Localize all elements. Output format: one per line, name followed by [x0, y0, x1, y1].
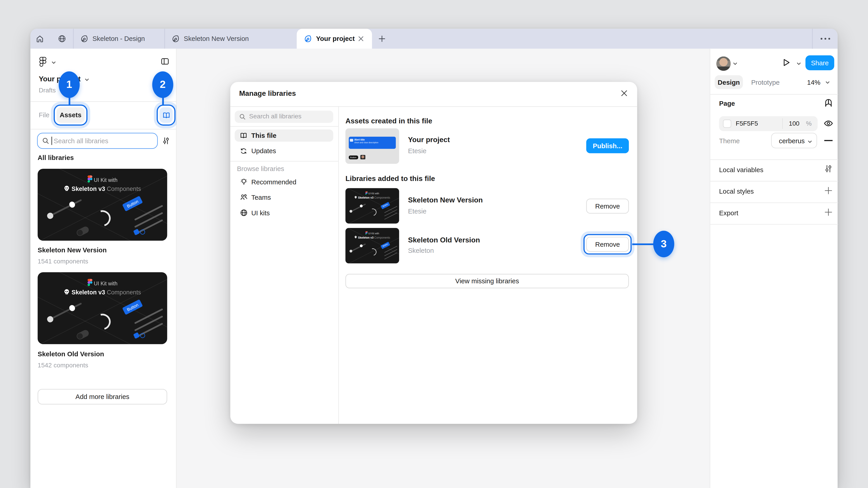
people-icon	[240, 193, 248, 201]
modal-search-input[interactable]: Search all libraries	[235, 111, 333, 123]
kit-line1: UI Kit with	[38, 279, 167, 288]
tab-label: Skeleton - Design	[92, 35, 145, 42]
home-icon[interactable]	[35, 34, 44, 43]
thumb-checkbox	[134, 229, 147, 235]
divider	[230, 106, 637, 107]
tab-design[interactable]: Design	[715, 75, 743, 89]
globe-icon	[240, 208, 248, 217]
search-input[interactable]: Search all libraries	[37, 133, 158, 149]
thumb-alert: Alert title Short and clear description	[348, 137, 396, 149]
tab-skeleton-design[interactable]: Skeleton - Design	[74, 29, 164, 48]
annotation-badge-1: 1	[59, 71, 80, 98]
text-caret	[52, 137, 52, 145]
book-icon	[240, 132, 247, 139]
eye-icon[interactable]	[823, 119, 834, 129]
add-export-plus-icon[interactable]	[824, 207, 833, 217]
tab-assets[interactable]: Assets	[57, 107, 85, 123]
library-owner: Etesie	[408, 207, 427, 215]
search-icon	[239, 113, 246, 120]
browse-libraries-header: Browse libraries	[237, 165, 284, 173]
book-icon	[162, 111, 170, 119]
kit-line2: Skeleton v3 Components	[38, 184, 167, 193]
thumb-toggle	[76, 329, 90, 340]
view-missing-libraries-button[interactable]: View missing libraries	[345, 274, 629, 288]
nav-ui-kits[interactable]: UI kits	[235, 207, 333, 219]
chevron-down-icon[interactable]	[796, 61, 802, 66]
library-name[interactable]: Skeleton New Version	[38, 246, 107, 254]
section-all-libraries: All libraries	[38, 154, 74, 162]
library-owner: Skeleton	[408, 247, 434, 254]
more-menu-icon[interactable]	[819, 37, 831, 41]
annotation-connector-3	[632, 243, 654, 245]
library-thumbnail-skeleton-new[interactable]: UI Kit with Skeleton v3 Components Butto…	[38, 169, 167, 240]
right-sidebar: Share Design Prototype 14% Page F5F5F5 1…	[710, 49, 838, 488]
thumb-spinner	[92, 207, 113, 229]
local-variables-label: Local variables	[719, 166, 763, 174]
tab-your-project-active[interactable]: Your project	[297, 29, 372, 48]
add-more-libraries-button[interactable]: Add more libraries	[38, 389, 167, 404]
nav-updates[interactable]: Updates	[235, 145, 333, 157]
globe-icon[interactable]	[58, 34, 66, 43]
opacity-percent: %	[806, 120, 812, 127]
divider	[710, 94, 838, 94]
divider	[710, 181, 838, 182]
tab-file[interactable]: File	[39, 111, 49, 119]
library-thumbnail-skeleton-old[interactable]: UI Kit with Skeleton v3 Components Butto…	[38, 272, 167, 344]
opacity-value[interactable]: 100	[789, 120, 800, 127]
chevron-down-icon[interactable]	[733, 61, 738, 66]
zoom-level[interactable]: 14%	[807, 78, 820, 86]
library-row-thumbnail: UI Kit with Skeleton v3 Components Butto…	[345, 188, 399, 224]
thumb-toggle	[76, 225, 90, 237]
remove-button[interactable]: Remove	[586, 199, 629, 214]
browser-tab-bar: Skeleton - Design Skeleton New Version Y…	[31, 29, 838, 48]
refresh-icon	[240, 147, 247, 155]
color-swatch[interactable]	[723, 120, 731, 128]
search-placeholder: Search all libraries	[54, 137, 108, 145]
close-icon[interactable]	[620, 89, 628, 97]
tab-prototype[interactable]: Prototype	[751, 78, 780, 86]
thumb-slider	[49, 199, 82, 218]
variables-sliders-icon[interactable]	[825, 164, 833, 173]
theme-dropdown[interactable]: cerberus	[771, 133, 817, 149]
annotation-connector-1	[69, 97, 70, 106]
chevron-down-icon	[807, 139, 813, 144]
divider	[710, 202, 838, 203]
chevron-down-icon[interactable]	[825, 80, 830, 85]
figma-file-icon	[80, 34, 89, 43]
present-play-icon[interactable]	[781, 58, 791, 68]
assets-tab-highlight: Assets	[54, 105, 88, 126]
chevron-down-icon[interactable]	[51, 60, 56, 65]
avatar[interactable]	[716, 57, 731, 71]
remove-button[interactable]: Remove	[586, 237, 629, 252]
figma-file-icon	[171, 34, 180, 43]
close-tab-icon[interactable]	[357, 35, 365, 42]
nav-teams[interactable]: Teams	[235, 191, 333, 203]
chevron-down-icon[interactable]	[84, 77, 90, 82]
page-color-row: F5F5F5 100 %	[719, 116, 817, 131]
color-hex-value[interactable]: F5F5F5	[736, 120, 758, 127]
styles-icon[interactable]	[823, 98, 833, 108]
share-button[interactable]: Share	[805, 55, 834, 70]
nav-this-file[interactable]: This file	[235, 129, 333, 142]
tabbar-divider	[812, 29, 813, 48]
publish-button[interactable]: Publish...	[586, 138, 629, 153]
library-button-highlight	[157, 105, 176, 126]
new-tab-plus-icon[interactable]	[377, 34, 386, 43]
divider	[710, 224, 838, 225]
toggle-panel-icon[interactable]	[160, 57, 169, 66]
library-count: 1541 components	[38, 258, 88, 264]
library-book-button[interactable]	[159, 107, 173, 123]
divider	[710, 159, 838, 160]
modal-title: Manage libraries	[239, 89, 296, 97]
kit-line2: Skeleton v3 Components	[38, 288, 167, 297]
tab-skeleton-new-version[interactable]: Skeleton New Version	[165, 29, 265, 48]
filter-sliders-icon[interactable]	[162, 137, 170, 145]
figma-logo-icon[interactable]	[39, 57, 48, 68]
nav-recommended[interactable]: Recommended	[235, 176, 333, 188]
remove-theme-minus-icon[interactable]	[825, 140, 833, 141]
library-name[interactable]: Skeleton Old Version	[38, 350, 104, 358]
divider	[230, 126, 338, 127]
add-style-plus-icon[interactable]	[824, 186, 833, 195]
kit-line1: UI Kit with	[38, 175, 167, 184]
assets-created-heading: Assets created in this file	[345, 117, 432, 125]
